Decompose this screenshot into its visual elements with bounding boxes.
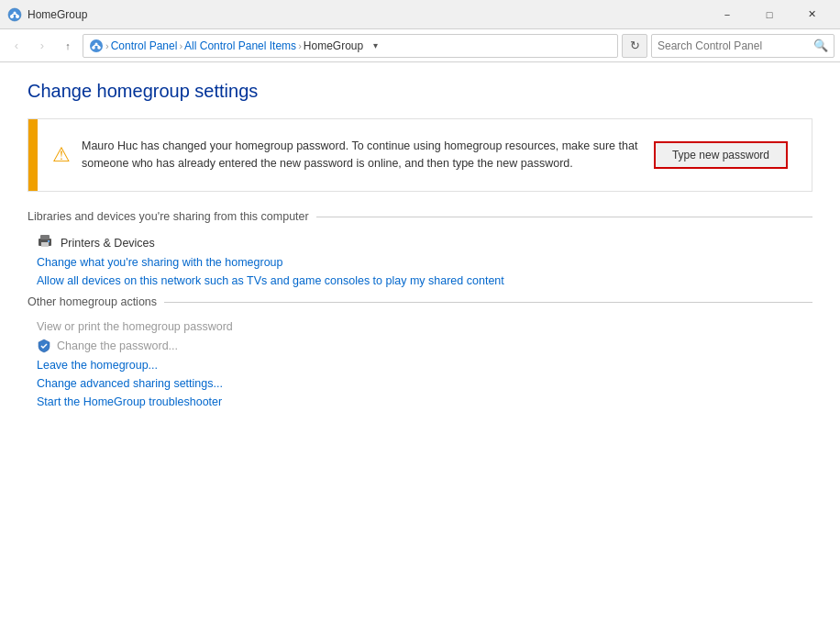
svg-point-3 xyxy=(14,11,17,14)
libraries-divider xyxy=(316,217,812,217)
change-password-item: Change the password... xyxy=(28,336,812,356)
minimize-button[interactable]: − xyxy=(706,0,748,29)
breadcrumb-homegroup: HomeGroup xyxy=(304,39,363,52)
printers-devices-item: Printers & Devices xyxy=(28,232,812,253)
svg-point-0 xyxy=(8,8,21,21)
warning-icon: ⚠ xyxy=(52,143,71,167)
leave-homegroup-link[interactable]: Leave the homegroup... xyxy=(28,356,812,374)
warning-body: ⚠ Mauro Huc has changed your homegroup p… xyxy=(38,125,812,185)
allow-devices-link[interactable]: Allow all devices on this network such a… xyxy=(28,272,812,290)
up-button[interactable]: ↑ xyxy=(57,35,79,57)
svg-rect-9 xyxy=(40,235,50,239)
forward-button[interactable]: › xyxy=(31,35,53,57)
svg-point-7 xyxy=(95,42,98,45)
advanced-sharing-link[interactable]: Change advanced sharing settings... xyxy=(28,374,812,393)
window-title: HomeGroup xyxy=(28,8,706,21)
breadcrumb-icon-item xyxy=(89,39,104,53)
warning-stripe xyxy=(28,119,38,191)
svg-point-1 xyxy=(10,15,14,18)
printers-icon xyxy=(37,235,53,250)
search-box: 🔍 xyxy=(651,34,834,58)
other-actions-section-header: Other homegroup actions xyxy=(28,295,812,308)
svg-point-5 xyxy=(92,46,95,50)
svg-point-6 xyxy=(97,46,101,50)
window-controls: − □ ✕ xyxy=(706,0,833,29)
troubleshooter-link[interactable]: Start the HomeGroup troubleshooter xyxy=(28,393,812,411)
title-bar: HomeGroup − □ ✕ xyxy=(0,0,840,29)
printers-devices-label: Printers & Devices xyxy=(61,237,155,250)
other-actions-divider xyxy=(164,302,812,303)
view-print-password-link: View or print the homegroup password xyxy=(28,317,812,336)
breadcrumb-all-control-items[interactable]: All Control Panel Items xyxy=(184,39,296,52)
maximize-button[interactable]: □ xyxy=(748,0,790,29)
breadcrumb-dropdown-button[interactable]: ▾ xyxy=(367,34,383,58)
breadcrumb-control-panel[interactable]: Control Panel xyxy=(111,39,178,52)
address-bar: ‹ › ↑ › Control Panel › All Control Pane… xyxy=(0,29,840,62)
change-password-link: Change the password... xyxy=(57,339,178,352)
search-input[interactable] xyxy=(658,39,813,52)
libraries-section-header: Libraries and devices you're sharing fro… xyxy=(28,210,812,223)
homegroup-breadcrumb-icon xyxy=(89,39,104,53)
warning-message: Mauro Huc has changed your homegroup pas… xyxy=(82,138,643,172)
page-title: Change homegroup settings xyxy=(28,81,812,102)
content-area: Change homegroup settings ⚠ Mauro Huc ha… xyxy=(0,62,840,429)
svg-rect-10 xyxy=(41,242,49,247)
shield-icon xyxy=(37,339,51,353)
back-button[interactable]: ‹ xyxy=(6,35,28,57)
close-button[interactable]: ✕ xyxy=(790,0,833,29)
refresh-button[interactable]: ↻ xyxy=(622,34,647,58)
breadcrumb: › Control Panel › All Control Panel Item… xyxy=(83,34,618,58)
svg-point-4 xyxy=(90,39,103,52)
libraries-section-title: Libraries and devices you're sharing fro… xyxy=(28,210,309,223)
other-actions-title: Other homegroup actions xyxy=(28,295,157,308)
svg-rect-11 xyxy=(48,240,50,242)
svg-point-2 xyxy=(16,15,19,18)
warning-banner: ⚠ Mauro Huc has changed your homegroup p… xyxy=(28,118,812,192)
change-sharing-link[interactable]: Change what you're sharing with the home… xyxy=(28,253,812,272)
search-icon: 🔍 xyxy=(813,39,828,52)
warning-action-area: Type new password xyxy=(654,141,788,169)
window-icon xyxy=(7,7,22,22)
type-new-password-button[interactable]: Type new password xyxy=(654,141,788,169)
